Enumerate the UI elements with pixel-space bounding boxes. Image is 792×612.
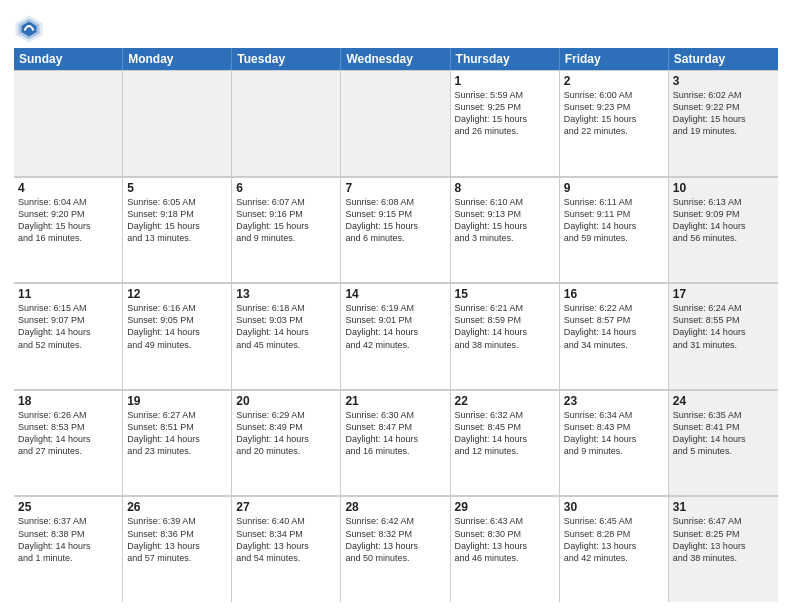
day-number: 10 <box>673 181 774 195</box>
calendar-cell: 7Sunrise: 6:08 AM Sunset: 9:15 PM Daylig… <box>341 177 450 283</box>
calendar-cell: 17Sunrise: 6:24 AM Sunset: 8:55 PM Dayli… <box>669 283 778 389</box>
calendar-cell: 24Sunrise: 6:35 AM Sunset: 8:41 PM Dayli… <box>669 390 778 496</box>
day-info: Sunrise: 6:02 AM Sunset: 9:22 PM Dayligh… <box>673 89 774 138</box>
day-info: Sunrise: 6:47 AM Sunset: 8:25 PM Dayligh… <box>673 515 774 564</box>
logo-icon <box>14 14 44 44</box>
day-number: 29 <box>455 500 555 514</box>
calendar-cell: 27Sunrise: 6:40 AM Sunset: 8:34 PM Dayli… <box>232 496 341 602</box>
calendar: SundayMondayTuesdayWednesdayThursdayFrid… <box>14 48 778 602</box>
calendar-week: 1Sunrise: 5:59 AM Sunset: 9:25 PM Daylig… <box>14 70 778 177</box>
day-info: Sunrise: 6:24 AM Sunset: 8:55 PM Dayligh… <box>673 302 774 351</box>
calendar-cell: 8Sunrise: 6:10 AM Sunset: 9:13 PM Daylig… <box>451 177 560 283</box>
calendar-cell: 20Sunrise: 6:29 AM Sunset: 8:49 PM Dayli… <box>232 390 341 496</box>
calendar-cell: 29Sunrise: 6:43 AM Sunset: 8:30 PM Dayli… <box>451 496 560 602</box>
day-info: Sunrise: 6:15 AM Sunset: 9:07 PM Dayligh… <box>18 302 118 351</box>
day-info: Sunrise: 6:13 AM Sunset: 9:09 PM Dayligh… <box>673 196 774 245</box>
calendar-cell: 11Sunrise: 6:15 AM Sunset: 9:07 PM Dayli… <box>14 283 123 389</box>
calendar-cell: 2Sunrise: 6:00 AM Sunset: 9:23 PM Daylig… <box>560 70 669 176</box>
day-number: 12 <box>127 287 227 301</box>
calendar-cell: 12Sunrise: 6:16 AM Sunset: 9:05 PM Dayli… <box>123 283 232 389</box>
day-number: 28 <box>345 500 445 514</box>
day-info: Sunrise: 6:45 AM Sunset: 8:28 PM Dayligh… <box>564 515 664 564</box>
day-info: Sunrise: 6:22 AM Sunset: 8:57 PM Dayligh… <box>564 302 664 351</box>
day-number: 11 <box>18 287 118 301</box>
calendar-day-header: Tuesday <box>232 48 341 70</box>
day-info: Sunrise: 6:07 AM Sunset: 9:16 PM Dayligh… <box>236 196 336 245</box>
day-number: 20 <box>236 394 336 408</box>
calendar-cell: 31Sunrise: 6:47 AM Sunset: 8:25 PM Dayli… <box>669 496 778 602</box>
day-info: Sunrise: 6:16 AM Sunset: 9:05 PM Dayligh… <box>127 302 227 351</box>
day-number: 24 <box>673 394 774 408</box>
day-info: Sunrise: 6:04 AM Sunset: 9:20 PM Dayligh… <box>18 196 118 245</box>
day-info: Sunrise: 6:11 AM Sunset: 9:11 PM Dayligh… <box>564 196 664 245</box>
day-info: Sunrise: 5:59 AM Sunset: 9:25 PM Dayligh… <box>455 89 555 138</box>
calendar-cell: 1Sunrise: 5:59 AM Sunset: 9:25 PM Daylig… <box>451 70 560 176</box>
calendar-cell: 15Sunrise: 6:21 AM Sunset: 8:59 PM Dayli… <box>451 283 560 389</box>
page: SundayMondayTuesdayWednesdayThursdayFrid… <box>0 0 792 612</box>
calendar-cell <box>341 70 450 176</box>
day-number: 27 <box>236 500 336 514</box>
day-info: Sunrise: 6:40 AM Sunset: 8:34 PM Dayligh… <box>236 515 336 564</box>
calendar-cell: 16Sunrise: 6:22 AM Sunset: 8:57 PM Dayli… <box>560 283 669 389</box>
day-number: 7 <box>345 181 445 195</box>
day-number: 23 <box>564 394 664 408</box>
day-info: Sunrise: 6:05 AM Sunset: 9:18 PM Dayligh… <box>127 196 227 245</box>
calendar-cell <box>14 70 123 176</box>
day-info: Sunrise: 6:39 AM Sunset: 8:36 PM Dayligh… <box>127 515 227 564</box>
calendar-day-header: Sunday <box>14 48 123 70</box>
day-info: Sunrise: 6:08 AM Sunset: 9:15 PM Dayligh… <box>345 196 445 245</box>
calendar-header-row: SundayMondayTuesdayWednesdayThursdayFrid… <box>14 48 778 70</box>
day-number: 14 <box>345 287 445 301</box>
calendar-week: 4Sunrise: 6:04 AM Sunset: 9:20 PM Daylig… <box>14 177 778 284</box>
day-info: Sunrise: 6:42 AM Sunset: 8:32 PM Dayligh… <box>345 515 445 564</box>
calendar-cell: 26Sunrise: 6:39 AM Sunset: 8:36 PM Dayli… <box>123 496 232 602</box>
day-info: Sunrise: 6:26 AM Sunset: 8:53 PM Dayligh… <box>18 409 118 458</box>
calendar-week: 18Sunrise: 6:26 AM Sunset: 8:53 PM Dayli… <box>14 390 778 497</box>
day-info: Sunrise: 6:43 AM Sunset: 8:30 PM Dayligh… <box>455 515 555 564</box>
day-number: 2 <box>564 74 664 88</box>
calendar-cell: 6Sunrise: 6:07 AM Sunset: 9:16 PM Daylig… <box>232 177 341 283</box>
calendar-cell: 18Sunrise: 6:26 AM Sunset: 8:53 PM Dayli… <box>14 390 123 496</box>
day-info: Sunrise: 6:35 AM Sunset: 8:41 PM Dayligh… <box>673 409 774 458</box>
calendar-cell <box>232 70 341 176</box>
calendar-cell: 14Sunrise: 6:19 AM Sunset: 9:01 PM Dayli… <box>341 283 450 389</box>
day-number: 30 <box>564 500 664 514</box>
calendar-cell: 25Sunrise: 6:37 AM Sunset: 8:38 PM Dayli… <box>14 496 123 602</box>
day-number: 22 <box>455 394 555 408</box>
calendar-day-header: Saturday <box>669 48 778 70</box>
day-number: 5 <box>127 181 227 195</box>
calendar-cell: 19Sunrise: 6:27 AM Sunset: 8:51 PM Dayli… <box>123 390 232 496</box>
day-number: 1 <box>455 74 555 88</box>
day-info: Sunrise: 6:00 AM Sunset: 9:23 PM Dayligh… <box>564 89 664 138</box>
day-number: 6 <box>236 181 336 195</box>
day-number: 31 <box>673 500 774 514</box>
day-number: 9 <box>564 181 664 195</box>
header <box>14 10 778 44</box>
day-info: Sunrise: 6:30 AM Sunset: 8:47 PM Dayligh… <box>345 409 445 458</box>
calendar-cell: 21Sunrise: 6:30 AM Sunset: 8:47 PM Dayli… <box>341 390 450 496</box>
calendar-cell <box>123 70 232 176</box>
day-info: Sunrise: 6:18 AM Sunset: 9:03 PM Dayligh… <box>236 302 336 351</box>
day-info: Sunrise: 6:29 AM Sunset: 8:49 PM Dayligh… <box>236 409 336 458</box>
day-number: 4 <box>18 181 118 195</box>
day-info: Sunrise: 6:34 AM Sunset: 8:43 PM Dayligh… <box>564 409 664 458</box>
day-info: Sunrise: 6:19 AM Sunset: 9:01 PM Dayligh… <box>345 302 445 351</box>
calendar-cell: 9Sunrise: 6:11 AM Sunset: 9:11 PM Daylig… <box>560 177 669 283</box>
calendar-body: 1Sunrise: 5:59 AM Sunset: 9:25 PM Daylig… <box>14 70 778 602</box>
calendar-cell: 5Sunrise: 6:05 AM Sunset: 9:18 PM Daylig… <box>123 177 232 283</box>
calendar-cell: 28Sunrise: 6:42 AM Sunset: 8:32 PM Dayli… <box>341 496 450 602</box>
calendar-cell: 4Sunrise: 6:04 AM Sunset: 9:20 PM Daylig… <box>14 177 123 283</box>
calendar-day-header: Wednesday <box>341 48 450 70</box>
day-number: 17 <box>673 287 774 301</box>
day-number: 25 <box>18 500 118 514</box>
calendar-week: 25Sunrise: 6:37 AM Sunset: 8:38 PM Dayli… <box>14 496 778 602</box>
day-number: 16 <box>564 287 664 301</box>
calendar-cell: 30Sunrise: 6:45 AM Sunset: 8:28 PM Dayli… <box>560 496 669 602</box>
calendar-day-header: Friday <box>560 48 669 70</box>
calendar-cell: 22Sunrise: 6:32 AM Sunset: 8:45 PM Dayli… <box>451 390 560 496</box>
day-number: 3 <box>673 74 774 88</box>
day-number: 26 <box>127 500 227 514</box>
day-info: Sunrise: 6:27 AM Sunset: 8:51 PM Dayligh… <box>127 409 227 458</box>
calendar-cell: 23Sunrise: 6:34 AM Sunset: 8:43 PM Dayli… <box>560 390 669 496</box>
day-info: Sunrise: 6:10 AM Sunset: 9:13 PM Dayligh… <box>455 196 555 245</box>
